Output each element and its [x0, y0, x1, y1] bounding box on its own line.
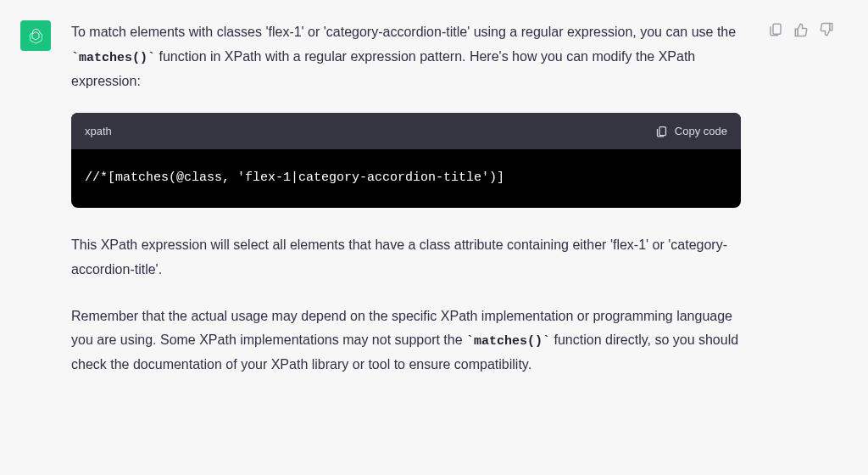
svg-rect-1: [773, 24, 781, 34]
thumbs-up-button[interactable]: [793, 22, 809, 37]
inline-code-matches-2: `matches()`: [466, 334, 550, 349]
openai-logo-icon: [26, 26, 45, 45]
inline-code-matches: `matches()`: [71, 51, 155, 65]
code-content: //*[matches(@class, 'flex-1|category-acc…: [71, 149, 741, 208]
copy-code-label: Copy code: [675, 121, 727, 141]
message-actions: [768, 20, 834, 381]
thumbs-down-button[interactable]: [819, 22, 834, 37]
after-paragraph: This XPath expression will select all el…: [71, 233, 741, 282]
clipboard-icon: [768, 22, 783, 37]
code-block: xpath Copy code //*[matches(@class, 'fle…: [71, 113, 741, 208]
intro-paragraph: To match elements with classes 'flex-1' …: [71, 20, 741, 94]
assistant-message-body: To match elements with classes 'flex-1' …: [71, 20, 741, 381]
code-lang-label: xpath: [85, 121, 112, 141]
clipboard-icon: [655, 125, 668, 137]
thumbs-up-icon: [793, 22, 809, 37]
note-paragraph: Remember that the actual usage may depen…: [71, 305, 741, 378]
intro-text-2: function in XPath with a regular express…: [71, 49, 695, 88]
intro-text-1: To match elements with classes 'flex-1' …: [71, 25, 736, 39]
assistant-avatar: [20, 20, 51, 51]
copy-message-button[interactable]: [768, 22, 783, 37]
thumbs-down-icon: [819, 22, 834, 37]
code-block-header: xpath Copy code: [71, 113, 741, 149]
copy-code-button[interactable]: Copy code: [655, 121, 727, 141]
assistant-message-row: To match elements with classes 'flex-1' …: [0, 0, 868, 381]
svg-rect-0: [659, 126, 666, 135]
